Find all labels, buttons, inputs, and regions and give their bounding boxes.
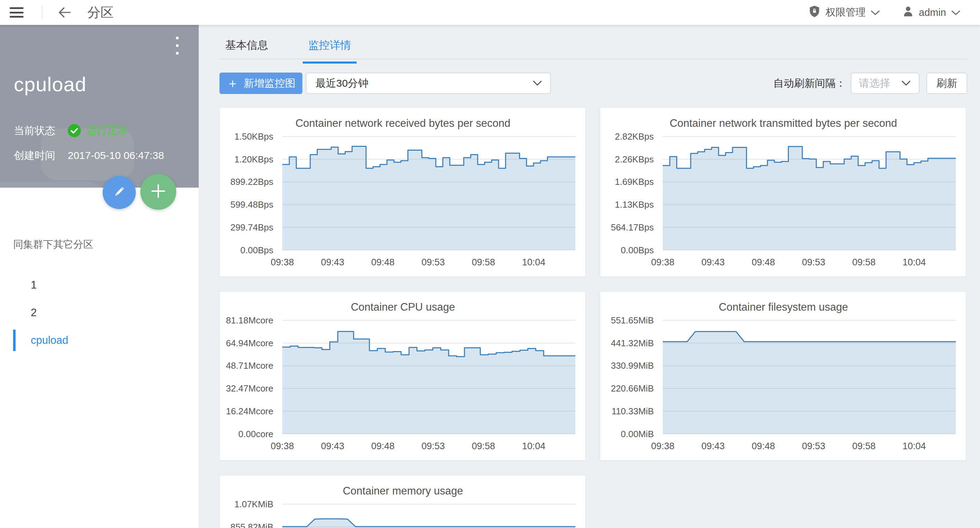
- pencil-icon: [111, 184, 127, 201]
- svg-text:1.07KMiB: 1.07KMiB: [234, 499, 273, 509]
- kebab-menu-icon[interactable]: [170, 37, 184, 55]
- svg-text:10:04: 10:04: [903, 441, 926, 451]
- toolbar: ＋ 新增监控图 最近30分钟 自动刷新间隔： 请选择 刷新: [220, 73, 967, 94]
- svg-text:09:53: 09:53: [422, 441, 445, 451]
- refresh-interval-select[interactable]: 请选择: [851, 73, 920, 94]
- permission-label: 权限管理: [826, 6, 865, 19]
- chart-svg-4: 1.07KMiB855.82MiB09:3809:4309:4809:5309:…: [220, 476, 586, 528]
- refresh-button[interactable]: 刷新: [926, 73, 967, 94]
- svg-text:330.99MiB: 330.99MiB: [611, 360, 654, 371]
- chart-card-1: 2.82KBps2.26KBps1.69KBps1.13KBps564.17Bp…: [600, 108, 966, 277]
- add-monitor-chart-button[interactable]: ＋ 新增监控图: [220, 73, 302, 94]
- tab-bar: 基本信息监控详情: [220, 25, 356, 64]
- svg-text:564.17Bps: 564.17Bps: [611, 222, 654, 232]
- svg-text:09:43: 09:43: [702, 441, 725, 451]
- svg-text:09:48: 09:48: [752, 441, 775, 451]
- svg-text:Container memory usage: Container memory usage: [343, 485, 463, 497]
- status-row: 当前状态 运行正常: [14, 123, 128, 138]
- svg-text:09:58: 09:58: [472, 257, 495, 267]
- topbar-right: 权限管理 admin: [808, 5, 961, 21]
- user-icon: [902, 5, 914, 20]
- svg-text:0.00core: 0.00core: [239, 429, 273, 439]
- svg-text:441.32MiB: 441.32MiB: [611, 338, 654, 348]
- chart-card-4: 1.07KMiB855.82MiB09:3809:4309:4809:5309:…: [220, 475, 586, 528]
- svg-text:48.71Mcore: 48.71Mcore: [226, 360, 273, 371]
- chevron-down-icon: [532, 77, 542, 89]
- svg-text:09:58: 09:58: [472, 441, 495, 451]
- svg-text:0.00Bps: 0.00Bps: [240, 245, 273, 255]
- svg-text:09:53: 09:53: [802, 441, 826, 451]
- permission-menu[interactable]: 权限管理: [808, 5, 880, 21]
- created-row: 创建时间 2017-05-10 06:47:38: [14, 148, 164, 163]
- svg-text:09:43: 09:43: [321, 257, 345, 267]
- status-value: 运行正常: [86, 124, 128, 138]
- partition-name: cpuload: [14, 73, 86, 96]
- svg-text:0.00Bps: 0.00Bps: [621, 245, 654, 255]
- svg-text:2.82KBps: 2.82KBps: [615, 131, 654, 142]
- svg-text:09:48: 09:48: [371, 441, 395, 451]
- refresh-controls: 自动刷新间隔： 请选择 刷新: [773, 73, 967, 94]
- plus-icon: ＋: [226, 77, 239, 89]
- chart-svg-0: 1.50KBps1.20KBps899.22Bps599.48Bps299.74…: [220, 108, 586, 277]
- topbar-divider: [42, 6, 43, 19]
- user-menu[interactable]: admin: [902, 5, 961, 20]
- partition-list: 12cpuload: [0, 271, 199, 354]
- chart-grid: 1.50KBps1.20KBps899.22Bps599.48Bps299.74…: [220, 108, 966, 528]
- svg-text:09:38: 09:38: [270, 441, 294, 451]
- sidebar: cpuload 当前状态 运行正常 创建时间 2017-05-10 06:47:…: [0, 25, 199, 528]
- chart-svg-2: 81.18Mcore64.94Mcore48.71Mcore32.47Mcore…: [220, 292, 586, 461]
- svg-text:09:58: 09:58: [852, 441, 876, 451]
- time-range-select[interactable]: 最近30分钟: [306, 73, 551, 94]
- plus-icon: [149, 182, 167, 202]
- svg-text:09:38: 09:38: [651, 257, 675, 267]
- svg-text:Container CPU usage: Container CPU usage: [351, 301, 455, 313]
- sidebar-item-2[interactable]: 2: [0, 299, 199, 326]
- svg-text:09:38: 09:38: [651, 441, 675, 451]
- tab-基本信息[interactable]: 基本信息: [220, 25, 274, 64]
- svg-text:855.82MiB: 855.82MiB: [231, 522, 273, 528]
- svg-text:110.33MiB: 110.33MiB: [612, 406, 654, 417]
- sidebar-item-cpuload[interactable]: cpuload: [0, 326, 199, 354]
- svg-text:09:48: 09:48: [752, 257, 775, 267]
- svg-text:09:43: 09:43: [702, 257, 725, 267]
- back-arrow-icon[interactable]: [58, 6, 72, 19]
- hamburger-menu-icon[interactable]: [10, 7, 24, 17]
- watermark-shape: [0, 182, 108, 188]
- svg-text:1.13KBps: 1.13KBps: [615, 199, 654, 210]
- svg-text:09:58: 09:58: [852, 257, 876, 267]
- refresh-interval-placeholder: 请选择: [859, 76, 890, 91]
- chevron-down-icon: [870, 7, 880, 18]
- chart-card-0: 1.50KBps1.20KBps899.22Bps599.48Bps299.74…: [220, 108, 586, 277]
- sidebar-item-1[interactable]: 1: [0, 271, 199, 299]
- add-monitor-chart-label: 新增监控图: [243, 76, 296, 91]
- other-partitions-title: 同集群下其它分区: [13, 238, 93, 251]
- svg-text:32.47Mcore: 32.47Mcore: [226, 383, 273, 394]
- partition-info-card: cpuload 当前状态 运行正常 创建时间 2017-05-10 06:47:…: [0, 25, 199, 188]
- svg-text:09:38: 09:38: [270, 257, 294, 267]
- edit-partition-button[interactable]: [103, 176, 136, 209]
- svg-text:10:04: 10:04: [522, 257, 546, 267]
- svg-text:1.20KBps: 1.20KBps: [234, 154, 273, 164]
- chevron-down-icon: [901, 77, 911, 89]
- chart-card-2: 81.18Mcore64.94Mcore48.71Mcore32.47Mcore…: [220, 291, 586, 461]
- tab-监控详情[interactable]: 监控详情: [303, 25, 356, 64]
- svg-text:899.22Bps: 899.22Bps: [231, 177, 273, 187]
- chart-card-3: 551.65MiB441.32MiB330.99MiB220.66MiB110.…: [600, 291, 966, 461]
- time-range-value: 最近30分钟: [315, 76, 368, 91]
- svg-text:1.69KBps: 1.69KBps: [615, 177, 654, 187]
- svg-text:1.50KBps: 1.50KBps: [234, 131, 273, 142]
- svg-text:10:04: 10:04: [522, 441, 546, 451]
- refresh-interval-label: 自动刷新间隔：: [773, 76, 846, 91]
- svg-text:599.48Bps: 599.48Bps: [231, 199, 273, 210]
- shield-lock-icon: [808, 5, 821, 21]
- svg-text:Container network received byt: Container network received bytes per sec…: [296, 117, 511, 129]
- add-partition-button[interactable]: [140, 174, 176, 210]
- svg-text:64.94Mcore: 64.94Mcore: [226, 338, 273, 348]
- status-label: 当前状态: [14, 124, 68, 138]
- svg-text:16.24Mcore: 16.24Mcore: [226, 406, 273, 417]
- svg-text:10:04: 10:04: [903, 257, 926, 267]
- svg-text:09:53: 09:53: [422, 257, 445, 267]
- chevron-down-icon: [951, 7, 961, 18]
- chart-svg-3: 551.65MiB441.32MiB330.99MiB220.66MiB110.…: [600, 292, 967, 461]
- user-label: admin: [919, 7, 946, 18]
